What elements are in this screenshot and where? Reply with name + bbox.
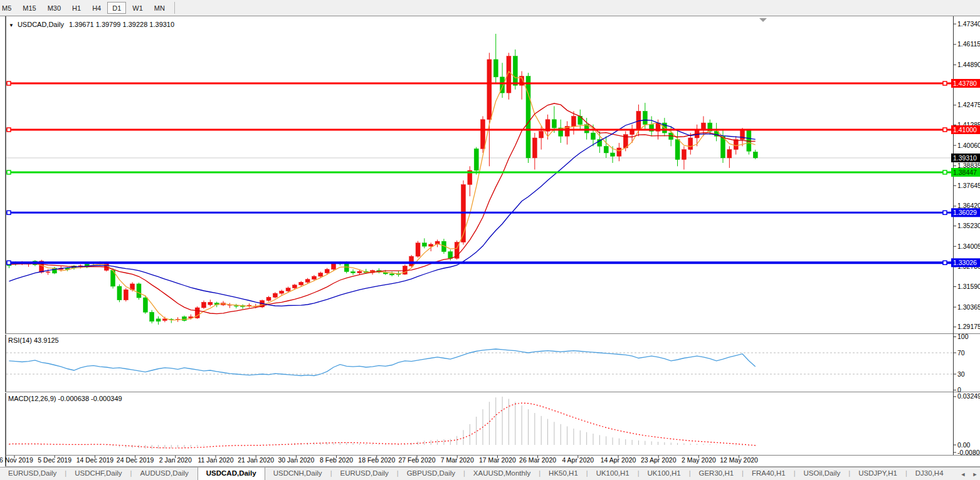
timeframe-button-m30[interactable]: M30 bbox=[43, 2, 66, 14]
current-price-label: 1.39310 bbox=[951, 154, 980, 162]
tab-eurusd-daily[interactable]: EURUSD,Daily bbox=[0, 467, 65, 480]
tab-usdchf-daily[interactable]: USDCHF,Daily bbox=[66, 467, 130, 480]
tab-ger30-h1[interactable]: GER30,H1 bbox=[690, 467, 742, 480]
timeframe-button-d1[interactable]: D1 bbox=[107, 2, 126, 14]
svg-text:1.39310: 1.39310 bbox=[953, 154, 977, 162]
tab-usoil-daily[interactable]: USOil,Daily bbox=[796, 467, 849, 480]
svg-text:1.43780: 1.43780 bbox=[953, 80, 977, 87]
chart-title-symbol: USDCAD,Daily bbox=[18, 21, 64, 28]
tab-fra40-h1[interactable]: FRA40,H1 bbox=[744, 467, 794, 480]
tabs-container: EURUSD,Daily|USDCHF,Daily|AUDUSD,DailyUS… bbox=[0, 467, 952, 480]
trading-platform-window: { "toolbar":{"timeframes":["M5","M15","M… bbox=[0, 0, 980, 480]
timeframe-toolbar: M5M15M30H1H4D1W1MN bbox=[0, 0, 980, 16]
date-label: 12 May 2020 bbox=[720, 456, 758, 464]
date-label: 5 Dec 2019 bbox=[38, 456, 71, 464]
tab-gbpusd-daily[interactable]: GBPUSD,Daily bbox=[399, 467, 463, 480]
macd-indicator-label: MACD(12,26,9) -0.000638 -0.000349 bbox=[8, 395, 122, 402]
date-label: 4 Apr 2020 bbox=[562, 456, 594, 464]
tab-eurusd-daily[interactable]: EURUSD,Daily bbox=[332, 467, 396, 480]
timeframe-button-w1[interactable]: W1 bbox=[127, 2, 148, 14]
svg-text:1.30365: 1.30365 bbox=[957, 303, 980, 311]
toolbar-separator bbox=[174, 2, 175, 14]
tab-hk50-h1[interactable]: HK50,H1 bbox=[540, 467, 586, 480]
macd-values: -0.000638 -0.000349 bbox=[58, 395, 122, 402]
hline-handle[interactable] bbox=[943, 211, 947, 214]
hline-handle[interactable] bbox=[7, 261, 11, 264]
svg-text:0.00: 0.00 bbox=[957, 441, 971, 449]
svg-text:1.41000: 1.41000 bbox=[953, 126, 977, 133]
tab-usdcnh-daily[interactable]: USDCNH,Daily bbox=[265, 467, 330, 480]
tab-audusd-daily[interactable]: AUDUSD,Daily bbox=[132, 467, 196, 480]
svg-text:1.40060: 1.40060 bbox=[957, 142, 980, 149]
symbol-dropdown-icon[interactable]: ▼ bbox=[9, 23, 14, 28]
tab-usdjpy-h1[interactable]: USDJPY,H1 bbox=[850, 467, 905, 480]
price-label-1.36029: 1.36029 bbox=[951, 208, 980, 217]
hline-handle[interactable] bbox=[943, 170, 947, 174]
chart-title: ▼USDCAD,Daily1.39671 1.39799 1.39228 1.3… bbox=[9, 21, 174, 28]
svg-text:30: 30 bbox=[957, 370, 965, 378]
price-label-1.43780: 1.43780 bbox=[951, 79, 980, 88]
svg-text:0.032493: 0.032493 bbox=[957, 392, 980, 400]
svg-text:1.29175: 1.29175 bbox=[957, 323, 980, 330]
date-label: 23 Apr 2020 bbox=[641, 456, 677, 464]
date-label: 24 Dec 2019 bbox=[117, 456, 154, 464]
date-label: 26 Mar 2020 bbox=[519, 456, 556, 464]
date-label: 26 Nov 2019 bbox=[0, 456, 33, 464]
svg-text:1.42475: 1.42475 bbox=[957, 101, 980, 108]
svg-text:100: 100 bbox=[957, 333, 969, 340]
tab-uk100-h1[interactable]: UK100,H1 bbox=[588, 467, 638, 480]
timeframe-button-mn[interactable]: MN bbox=[149, 2, 170, 14]
timeframe-button-m5[interactable]: M5 bbox=[0, 2, 16, 14]
date-label: 7 Mar 2020 bbox=[441, 456, 474, 464]
date-label: 8 Feb 2020 bbox=[320, 456, 353, 464]
hline-handle[interactable] bbox=[943, 81, 947, 85]
tab-usdcad-daily[interactable]: USDCAD,Daily bbox=[198, 467, 265, 480]
date-label: 21 Jan 2020 bbox=[238, 456, 274, 464]
hline-handle[interactable] bbox=[943, 261, 947, 264]
svg-text:1.34005: 1.34005 bbox=[957, 243, 980, 250]
svg-text:1.33026: 1.33026 bbox=[953, 259, 977, 266]
hline-handle[interactable] bbox=[7, 128, 11, 132]
price-label-1.33026: 1.33026 bbox=[951, 258, 980, 267]
date-label: 2 Jan 2020 bbox=[159, 456, 192, 464]
svg-text:1.47340: 1.47340 bbox=[957, 20, 980, 28]
tab-dj30-h4[interactable]: DJ30,H4 bbox=[907, 467, 952, 480]
macd-name: MACD(12,26,9) bbox=[8, 395, 56, 402]
date-label: 18 Feb 2020 bbox=[358, 456, 395, 464]
tab-uk100-h1[interactable]: UK100,H1 bbox=[640, 467, 689, 480]
svg-text:1.31590: 1.31590 bbox=[957, 283, 980, 290]
timeframe-button-h4[interactable]: H4 bbox=[87, 2, 106, 14]
date-label: 14 Dec 2019 bbox=[76, 456, 114, 464]
price-label-1.38447: 1.38447 bbox=[951, 168, 980, 177]
chart-frame-left bbox=[5, 16, 6, 467]
rsi-indicator-label: RSI(14) 43.9125 bbox=[8, 337, 59, 344]
hline-handle[interactable] bbox=[7, 81, 11, 85]
hline-handle[interactable] bbox=[7, 211, 11, 214]
price-label-1.41000: 1.41000 bbox=[951, 125, 980, 134]
svg-text:1.35230: 1.35230 bbox=[957, 222, 980, 229]
rsi-name: RSI(14) bbox=[8, 337, 32, 344]
date-label: 11 Jan 2020 bbox=[198, 456, 233, 464]
svg-text:70: 70 bbox=[957, 349, 965, 357]
svg-text:1.36029: 1.36029 bbox=[953, 209, 977, 216]
tab-xauusd-monthly[interactable]: XAUUSD,Monthly bbox=[465, 467, 539, 480]
tab-scroll-arrows: ◄ ► bbox=[952, 467, 980, 480]
timeframe-button-h1[interactable]: H1 bbox=[67, 2, 86, 14]
date-label: 27 Feb 2020 bbox=[399, 456, 436, 464]
tab-scroll-right-icon[interactable]: ► bbox=[972, 471, 977, 477]
timeframe-button-m15[interactable]: M15 bbox=[18, 2, 41, 14]
tab-scroll-left-icon[interactable]: ◄ bbox=[961, 471, 966, 477]
hline-handle[interactable] bbox=[943, 128, 947, 132]
chart-canvas[interactable]: 1.473401.461151.448901.436651.424751.412… bbox=[0, 0, 980, 467]
date-label: 17 Mar 2020 bbox=[479, 456, 516, 464]
date-label: 2 May 2020 bbox=[682, 456, 716, 464]
hline-handle[interactable] bbox=[7, 170, 11, 174]
svg-text:1.46115: 1.46115 bbox=[957, 40, 980, 48]
chart-title-ohlc: 1.39671 1.39799 1.39228 1.39310 bbox=[69, 21, 174, 28]
date-label: 14 Apr 2020 bbox=[601, 456, 636, 464]
svg-text:1.44890: 1.44890 bbox=[957, 61, 980, 68]
date-label: 30 Jan 2020 bbox=[278, 456, 314, 464]
rsi-value: 43.9125 bbox=[34, 337, 59, 344]
symbol-tab-bar: EURUSD,Daily|USDCHF,Daily|AUDUSD,DailyUS… bbox=[0, 467, 980, 480]
svg-text:-0.00808: -0.00808 bbox=[957, 449, 980, 456]
